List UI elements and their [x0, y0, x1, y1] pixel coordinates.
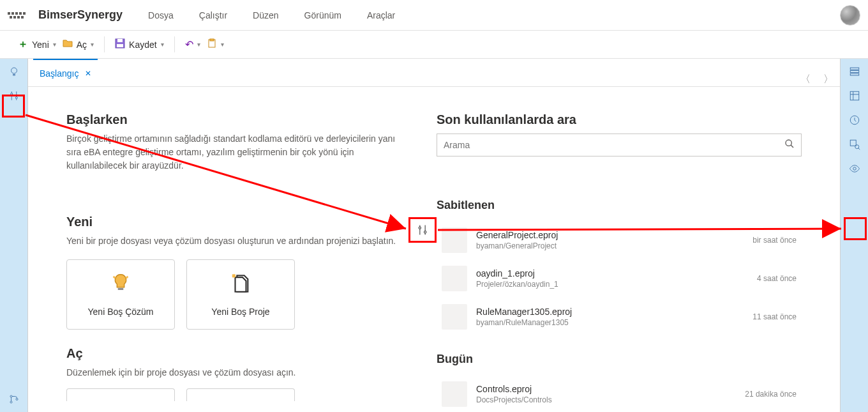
chevron-down-icon: ▾: [53, 41, 56, 48]
start-page: Başlarken Birçok geliştirme ortamının sa…: [28, 87, 840, 412]
clipboard-icon: [207, 38, 217, 50]
svg-rect-18: [850, 140, 856, 146]
search-input[interactable]: [444, 140, 784, 150]
history-icon[interactable]: [848, 114, 861, 126]
chevron-down-icon: ▾: [91, 41, 94, 48]
project-item[interactable]: RuleManager1305.eproj byaman/RuleManager…: [437, 298, 802, 336]
svg-rect-4: [210, 39, 214, 41]
search-panel-icon[interactable]: [848, 138, 861, 151]
project-name: oaydin_1.eproj: [476, 268, 757, 278]
recent-search[interactable]: [437, 134, 802, 156]
paste-button[interactable]: ▾: [207, 38, 224, 50]
project-item[interactable]: GeneralProject.eproj byaman/GeneralProje…: [437, 221, 802, 259]
svg-point-5: [11, 68, 17, 73]
open-tiles: [66, 388, 398, 401]
blank-panel-icon[interactable]: [848, 187, 861, 199]
open-title: Aç: [66, 346, 398, 361]
open-button[interactable]: Aç ▾: [63, 38, 94, 50]
save-label: Kaydet: [129, 40, 157, 50]
tab-label: Başlangıç: [40, 68, 79, 79]
project-thumb: [442, 266, 467, 291]
pinned-list: GeneralProject.eproj byaman/GeneralProje…: [437, 221, 802, 336]
menu-bar: BimserSynergy Dosya Çalıştır Düzen Görün…: [0, 0, 868, 31]
svg-point-22: [424, 231, 426, 233]
project-item[interactable]: oaydin_1.eproj Projeler/özkan/oaydin_1 4…: [437, 259, 802, 298]
annotation-box: [844, 217, 867, 240]
svg-point-9: [10, 401, 12, 403]
hint-icon[interactable]: [8, 65, 20, 78]
today-list: Controls.eproj DocsProjects/Controls 21 …: [437, 375, 802, 412]
svg-point-20: [853, 167, 856, 171]
new-button[interactable]: ＋ Yeni ▾: [18, 38, 56, 51]
svg-point-19: [855, 145, 858, 149]
project-time: 11 saat önce: [752, 312, 797, 321]
new-empty-project-tile[interactable]: Yeni Boş Proje: [186, 259, 295, 330]
menu-tools[interactable]: Araçlar: [367, 10, 395, 20]
new-tiles: Yeni Boş Çözüm Yeni Boş Proje: [66, 259, 398, 330]
svg-rect-11: [118, 288, 124, 290]
user-avatar[interactable]: [840, 5, 860, 26]
start-right-column: Son kullanılanlarda ara Sabitlenen Gener…: [424, 87, 840, 412]
new-label: Yeni: [32, 40, 49, 50]
today-title: Bugün: [437, 353, 802, 366]
save-button[interactable]: Kaydet ▾: [115, 38, 164, 50]
open-tile-1[interactable]: [66, 388, 175, 401]
new-empty-solution-tile[interactable]: Yeni Boş Çözüm: [66, 259, 175, 330]
close-icon[interactable]: ✕: [85, 69, 91, 78]
project-time: 4 saat önce: [757, 274, 797, 283]
main-menu: Dosya Çalıştır Düzen Görünüm Araçlar: [148, 10, 395, 20]
svg-point-12: [786, 140, 791, 146]
properties-icon[interactable]: [848, 89, 861, 102]
tab-navigation: 〈 〉: [800, 73, 840, 86]
project-path: Projeler/özkan/oaydin_1: [476, 280, 757, 289]
branch-icon[interactable]: [8, 393, 20, 406]
menu-run[interactable]: Çalıştır: [199, 10, 227, 20]
waffle-icon[interactable]: [8, 6, 26, 24]
project-path: DocsProjects/Controls: [476, 395, 745, 404]
open-desc: Düzenlemek için bir proje dosyası ve çöz…: [66, 366, 398, 379]
project-thumb: [442, 381, 467, 407]
plus-icon: ＋: [18, 38, 28, 51]
pinned-title: Sabitlenen: [437, 199, 802, 212]
svg-rect-2: [117, 44, 123, 47]
tab-strip: Başlangıç ✕ 〈 〉: [28, 59, 840, 87]
menu-view[interactable]: Görünüm: [304, 10, 341, 20]
project-time: 21 dakika önce: [745, 390, 797, 399]
chevron-down-icon: ▾: [197, 41, 200, 48]
menu-edit[interactable]: Düzen: [253, 10, 278, 20]
command-bar: ＋ Yeni ▾ Aç ▾ Kaydet ▾ ↶ ▾: [0, 31, 868, 59]
view-icon[interactable]: [848, 162, 861, 175]
svg-rect-14: [850, 71, 859, 73]
open-tile-2[interactable]: [186, 388, 295, 401]
svg-rect-16: [850, 91, 859, 100]
search-icon[interactable]: [784, 139, 795, 151]
start-left-column: Başlarken Birçok geliştirme ortamının sa…: [28, 87, 424, 412]
svg-rect-15: [850, 73, 859, 75]
svg-rect-1: [117, 39, 123, 42]
tab-next-button[interactable]: 〉: [823, 73, 834, 86]
svg-rect-13: [850, 68, 859, 70]
project-item[interactable]: Controls.eproj DocsProjects/Controls 21 …: [437, 375, 802, 412]
tab-start[interactable]: Başlangıç ✕: [33, 59, 98, 86]
project-name: RuleManager1305.eproj: [476, 307, 752, 317]
tile-label: Yeni Boş Çözüm: [88, 307, 154, 317]
bulb-icon: [110, 273, 131, 299]
tab-prev-button[interactable]: 〈: [800, 73, 811, 86]
save-icon: [115, 38, 125, 50]
new-title: Yeni: [66, 215, 398, 229]
new-desc: Yeni bir proje dosyası veya çözüm dosyas…: [66, 234, 398, 248]
getting-started-title: Başlarken: [66, 112, 398, 127]
recent-title: Son kullanılanlarda ara: [437, 112, 802, 127]
project-path: byaman/GeneralProject: [476, 241, 752, 250]
tile-label: Yeni Boş Proje: [211, 307, 269, 317]
menu-file[interactable]: Dosya: [148, 10, 174, 20]
undo-button[interactable]: ↶ ▾: [185, 38, 200, 50]
project-path: byaman/RuleManager1305: [476, 318, 752, 327]
folder-icon: [63, 38, 73, 50]
project-name: GeneralProject.eproj: [476, 230, 752, 240]
panel-icon[interactable]: [848, 65, 861, 78]
chevron-down-icon: ▾: [161, 41, 164, 48]
svg-point-8: [10, 395, 12, 397]
project-time: bir saat önce: [752, 236, 797, 245]
annotation-box: [2, 95, 25, 118]
